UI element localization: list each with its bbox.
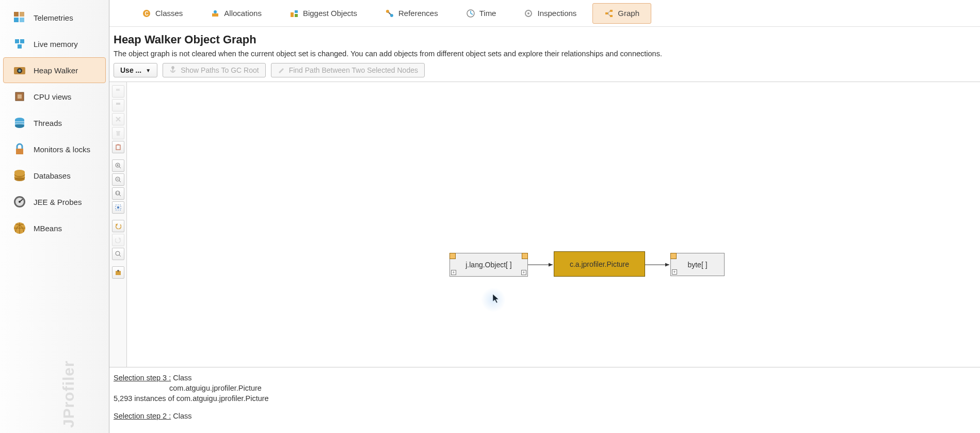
click-highlight [481,287,506,312]
selection-step-link[interactable]: Selection step 2 : [114,412,171,420]
show-paths-gc-root-button[interactable]: Show Paths To GC Root [163,63,265,77]
live-memory-icon [12,36,27,52]
svg-rect-37 [610,15,613,17]
selection-step-2: Selection step 2 : Class [114,412,976,420]
export-icon[interactable] [112,266,124,279]
delete-icon[interactable] [112,113,124,125]
sidebar-item-threads[interactable]: Threads [3,110,106,136]
graph-icon [604,9,614,18]
sidebar-label: Heap Walker [34,66,78,75]
tab-inspections[interactable]: Inspections [512,3,588,24]
graph-area: 1:1 + + j.lang.Object[ ] [109,82,980,367]
mbeans-icon [12,220,27,236]
page-description: The object graph is not cleared when the… [114,50,976,58]
tab-label: Biggest Objects [303,9,357,18]
svg-rect-38 [117,132,120,136]
graph-node-byte-array[interactable]: + byte[ ] [670,253,725,276]
sidebar-item-mbeans[interactable]: MBeans [3,215,106,241]
svg-rect-15 [16,149,23,154]
page-title: Heap Walker Object Graph [114,33,976,46]
node-label: j.lang.Object[ ] [465,261,512,269]
classes-icon: C [142,9,151,18]
node-handle-icon [522,253,528,259]
tab-label: Allocations [224,9,262,18]
database-icon [12,168,27,183]
sidebar-label: MBeans [34,224,62,233]
selection-step-type: Class [173,412,191,420]
graph-canvas[interactable]: + + j.lang.Object[ ] c.a.jprofiler.Pictu… [127,82,980,367]
tab-references[interactable]: References [373,3,450,24]
chevron-down-icon: ▼ [146,68,151,73]
redo-icon[interactable] [112,234,124,246]
use-dropdown[interactable]: Use ... ▼ [114,63,157,77]
svg-rect-5 [20,39,24,43]
tab-biggest-objects[interactable]: Biggest Objects [278,3,369,24]
selection-step-3-class: com.atguigu.jprofiler.Picture [114,384,976,392]
svg-rect-35 [605,12,608,14]
sidebar-label: JEE & Probes [34,198,82,206]
tab-label: Graph [618,9,639,18]
expand-incoming-icon[interactable]: + [451,270,456,275]
sidebar-item-heap-walker[interactable]: Heap Walker [3,57,106,83]
undo-icon[interactable] [112,220,124,232]
tab-allocations[interactable]: Allocations [199,3,274,24]
sidebar-label: Threads [34,119,62,127]
tab-classes[interactable]: C Classes [130,3,195,24]
expand-incoming-icon[interactable]: + [672,269,677,275]
svg-rect-39 [116,131,120,132]
find-path-button[interactable]: Find Path Between Two Selected Nodes [271,63,425,77]
svg-rect-1 [20,12,24,17]
svg-rect-28 [295,10,298,13]
graph-toolbar: Use ... ▼ Show Paths To GC Root Find Pat… [114,63,976,77]
clear-icon[interactable] [112,141,124,153]
node-label: byte[ ] [687,261,707,269]
svg-text:C: C [144,11,148,17]
graph-node-picture[interactable]: c.a.jprofiler.Picture [554,251,645,277]
sidebar-label: Databases [34,171,71,180]
tab-label: Time [479,9,496,18]
svg-point-34 [527,12,529,14]
zoom-in-icon[interactable] [112,159,124,172]
node-handle-icon [449,253,456,259]
fit-icon[interactable] [112,201,124,214]
header-section: Heap Walker Object Graph The object grap… [109,27,980,82]
tab-time[interactable]: Time [454,3,508,24]
button-label: Show Paths To GC Root [181,66,259,74]
svg-rect-0 [14,12,19,17]
svg-rect-2 [14,18,19,22]
svg-rect-40 [116,145,120,150]
zoom-out-icon[interactable] [112,173,124,186]
anchor-icon [169,66,178,74]
threads-icon [12,115,27,131]
zoom-reset-icon[interactable]: 1:1 [112,187,124,200]
references-icon [385,9,394,18]
telemetries-icon [12,10,27,25]
sidebar-item-databases[interactable]: Databases [3,163,106,188]
sidebar-item-live-memory[interactable]: Live memory [3,31,106,57]
selection-step-link[interactable]: Selection step 3 : [114,374,171,382]
svg-point-26 [214,10,217,13]
flag-filled-icon[interactable] [112,99,124,111]
tabs: C Classes Allocations Biggest Objects Re… [109,0,980,27]
search-icon[interactable] [112,248,124,260]
flag-icon[interactable] [112,85,124,98]
button-label: Find Path Between Two Selected Nodes [289,66,418,74]
graph-node-object-array[interactable]: + + j.lang.Object[ ] [449,253,528,277]
sidebar-item-jee-probes[interactable]: JEE & Probes [3,189,106,215]
graph-vertical-toolbar: 1:1 [109,82,127,367]
tab-graph[interactable]: Graph [592,3,651,24]
selection-step-3-instances: 5,293 instances of com.atguigu.jprofiler… [114,394,976,403]
sidebar: Telemetries Live memory Heap Walker CPU … [0,0,109,433]
cpu-views-icon [12,89,27,104]
selection-step-3: Selection step 3 : Class [114,374,976,382]
sidebar-item-cpu-views[interactable]: CPU views [3,84,106,109]
heap-walker-icon [12,62,27,78]
probes-icon [12,194,27,210]
time-icon [466,9,475,18]
sidebar-item-monitors-locks[interactable]: Monitors & locks [3,136,106,162]
use-label: Use ... [120,66,141,74]
expand-outgoing-icon[interactable]: + [521,270,526,275]
sidebar-item-telemetries[interactable]: Telemetries [3,5,106,30]
trash-icon[interactable] [112,127,124,139]
pencil-icon [278,66,286,74]
